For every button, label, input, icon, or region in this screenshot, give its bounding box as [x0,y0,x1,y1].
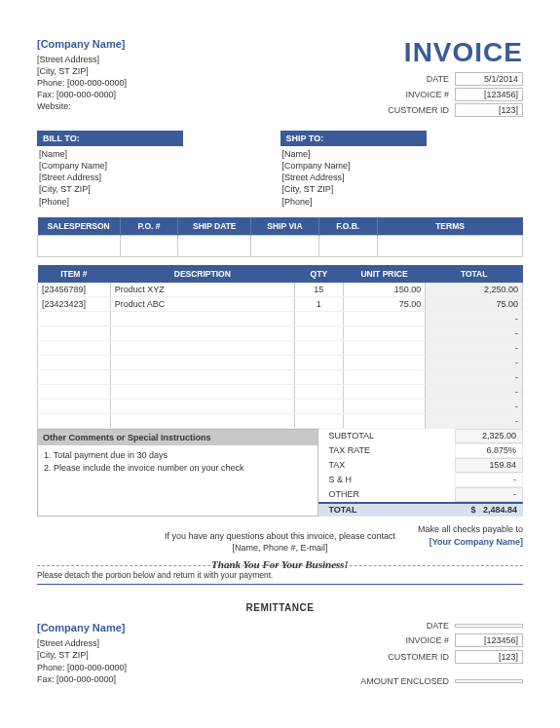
item-total-empty: - [426,326,523,340]
website-label: Website: [37,100,127,112]
ship-to-phone: [Phone] [282,196,524,208]
bill-to-city: [City, ST ZIP] [39,183,280,195]
remit-company-name: [Company Name] [37,621,127,635]
total-label: TOTAL [318,505,455,515]
remit-customer-value: [123] [455,650,523,664]
thanks: Thank You For Your Business! [37,557,523,572]
item-unit: 150.00 [343,283,426,297]
ship-to-name: [Name] [282,148,524,160]
th-total: TOTAL [426,265,523,283]
tax-label: TAX [318,460,455,470]
bill-to-name: [Name] [39,148,280,160]
item-total-empty: - [426,384,523,399]
th-unit: UNIT PRICE [343,265,426,283]
remit-amount-value [455,679,523,683]
company-street: [Street Address] [37,54,127,65]
item-total-empty: - [426,311,523,326]
ship-to-company: [Company Name] [282,160,524,172]
item-row: [23456789]Product XYZ15150.002,250.00 [38,283,523,297]
remit-invoice-value: [123456] [455,633,523,647]
item-row: - [38,326,523,340]
item-row: [23423423]Product ABC175.0075.00 [38,296,523,311]
th-desc: DESCRIPTION [110,265,294,283]
th-po: P.O. # [120,217,178,236]
item-no: [23423423] [38,296,111,311]
comments-head: Other Comments or Special Instructions [38,430,317,445]
remit-fax-label: Fax: [37,674,55,684]
item-row: - [38,369,523,384]
sh-label: S & H [318,475,455,484]
phone-label: Phone: [37,78,65,88]
taxrate-value: 6.875% [455,443,523,458]
th-salesperson: SALESPERSON [38,217,121,236]
bill-to-street: [Street Address] [39,172,280,183]
item-row: - [38,413,523,428]
sales-row [38,235,523,256]
ship-to-body: [Name] [Company Name] [Street Address] [… [280,146,524,208]
th-item: ITEM # [38,265,111,283]
remit-street: [Street Address] [37,637,127,649]
items-table: ITEM # DESCRIPTION QTY UNIT PRICE TOTAL … [37,265,523,429]
subtotal-label: SUBTOTAL [318,431,455,441]
th-ship-date: SHIP DATE [178,217,251,236]
item-no: [23456789] [38,283,111,297]
taxrate-label: TAX RATE [318,445,455,455]
item-total-empty: - [426,369,523,384]
company-block: [Company Name] [Street Address] [City, S… [37,37,127,119]
fax-label: Fax: [37,90,55,99]
bill-to-company: [Company Name] [39,160,280,172]
company-city: [City, ST ZIP] [37,65,127,77]
remittance-title: REMITTANCE [37,602,523,613]
remit-fax: [000-000-0000] [56,674,116,684]
bill-to-phone: [Phone] [39,196,280,208]
sales-table: SALESPERSON P.O. # SHIP DATE SHIP VIA F.… [37,217,523,257]
invoice-title: INVOICE [388,37,523,68]
item-unit: 75.00 [343,296,426,311]
item-qty: 15 [294,283,343,297]
date-value: 5/1/2014 [455,72,523,86]
item-desc: Product ABC [110,296,294,311]
remit-phone: [000-000-0000] [67,663,127,672]
date-label: DATE [427,74,455,84]
item-row: - [38,311,523,326]
invoice-no-label: INVOICE # [405,90,455,99]
remit-phone-label: Phone: [37,663,65,672]
remit-company: [Company Name] [Street Address] [City, S… [37,621,127,689]
other-label: OTHER [318,489,455,499]
subtotal-value: 2,325.00 [455,429,523,443]
sh-value: - [455,473,523,487]
item-total: 2,250.00 [426,283,523,297]
th-fob: F.O.B. [318,217,377,236]
comments-line1: 1. Total payment due in 30 days [44,449,312,463]
remit-invoice-label: INVOICE # [405,635,455,645]
invoice-no-value: [123456] [455,88,523,101]
item-total-empty: - [426,355,523,369]
bill-to-body: [Name] [Company Name] [Street Address] [… [37,146,280,208]
bill-to-head: BILL TO: [37,131,183,146]
company-name: [Company Name] [37,37,127,52]
company-phone: [000-000-0000] [67,78,127,88]
th-ship-via: SHIP VIA [251,217,319,236]
th-qty: QTY [294,265,343,283]
total-value: $ 2,484.84 [455,504,523,517]
item-qty: 1 [294,296,343,311]
item-total-empty: - [426,340,523,355]
customer-id-label: CUSTOMER ID [388,105,455,115]
item-desc: Product XYZ [110,283,294,297]
ship-to-head: SHIP TO: [280,131,427,146]
item-total: 75.00 [426,296,523,311]
payable-line2: [Your Company Name] [429,537,523,547]
remit-amount-label: AMOUNT ENCLOSED [360,676,455,686]
th-terms: TERMS [377,217,522,236]
item-row: - [38,399,523,413]
totals-block: SUBTOTAL2,325.00 TAX RATE6.875% TAX159.8… [318,429,523,517]
tax-value: 159.84 [455,458,523,473]
item-total-empty: - [426,413,523,428]
item-row: - [38,340,523,355]
other-value: - [455,487,523,502]
item-total-empty: - [426,399,523,413]
customer-id-value: [123] [455,103,523,117]
item-row: - [38,355,523,369]
ship-to-city: [City, ST ZIP] [282,183,524,195]
comments-box: Other Comments or Special Instructions 1… [37,429,318,517]
